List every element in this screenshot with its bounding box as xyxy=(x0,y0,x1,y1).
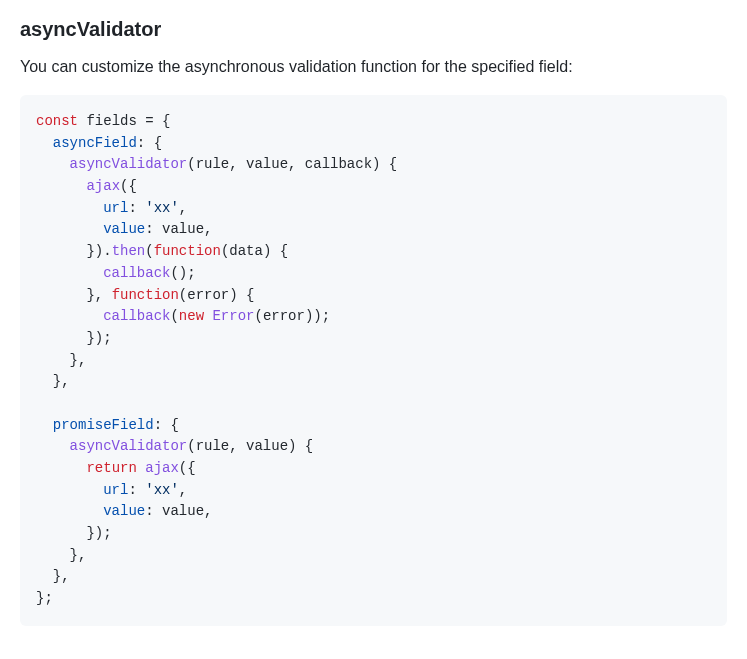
code-keyword: new xyxy=(179,308,204,324)
code-prop: value xyxy=(103,221,145,237)
code-prop: url xyxy=(103,200,128,216)
code-text: }). xyxy=(86,243,111,259)
code-prop: url xyxy=(103,482,128,498)
code-text: ({ xyxy=(120,178,137,194)
code-prop: promiseField xyxy=(53,417,154,433)
code-text: }, xyxy=(86,287,111,303)
code-call: ajax xyxy=(86,178,120,194)
code-prop: asyncField xyxy=(53,135,137,151)
code-text xyxy=(137,460,145,476)
code-text: (error) { xyxy=(179,287,255,303)
code-text: : xyxy=(128,482,145,498)
code-call: callback xyxy=(103,308,170,324)
code-text: , xyxy=(179,482,187,498)
code-text: : xyxy=(128,200,145,216)
code-text: : value, xyxy=(145,503,212,519)
code-text: (error)); xyxy=(254,308,330,324)
code: const fields = { asyncField: { asyncVali… xyxy=(36,113,397,606)
code-ident: fields xyxy=(86,113,136,129)
code-text: (); xyxy=(170,265,195,281)
code-text: (data) { xyxy=(221,243,288,259)
code-keyword: function xyxy=(154,243,221,259)
code-text: }); xyxy=(86,330,111,346)
code-text: (rule, value) { xyxy=(187,438,313,454)
code-text: : { xyxy=(154,417,179,433)
code-text: : value, xyxy=(145,221,212,237)
code-call: ajax xyxy=(145,460,179,476)
code-keyword: const xyxy=(36,113,78,129)
code-text: }, xyxy=(70,352,87,368)
code-keyword: return xyxy=(86,460,136,476)
code-text: }, xyxy=(53,568,70,584)
code-call: callback xyxy=(103,265,170,281)
section-description: You can customize the asynchronous valid… xyxy=(20,55,727,79)
code-text: (rule, value, callback) { xyxy=(187,156,397,172)
code-text: }, xyxy=(70,547,87,563)
code-text: ( xyxy=(170,308,178,324)
code-str: 'xx' xyxy=(145,200,179,216)
code-str: 'xx' xyxy=(145,482,179,498)
code-prop: value xyxy=(103,503,145,519)
code-fn: asyncValidator xyxy=(70,438,188,454)
section-heading: asyncValidator xyxy=(20,18,727,41)
code-text: = { xyxy=(137,113,171,129)
code-block: const fields = { asyncField: { asyncVali… xyxy=(20,95,727,626)
code-text: }); xyxy=(86,525,111,541)
code-call: then xyxy=(112,243,146,259)
code-text: ( xyxy=(145,243,153,259)
code-call: Error xyxy=(212,308,254,324)
code-text: }; xyxy=(36,590,53,606)
code-text: , xyxy=(179,200,187,216)
code-keyword: function xyxy=(112,287,179,303)
code-text: }, xyxy=(53,373,70,389)
code-text: : { xyxy=(137,135,162,151)
code-fn: asyncValidator xyxy=(70,156,188,172)
code-text: ({ xyxy=(179,460,196,476)
